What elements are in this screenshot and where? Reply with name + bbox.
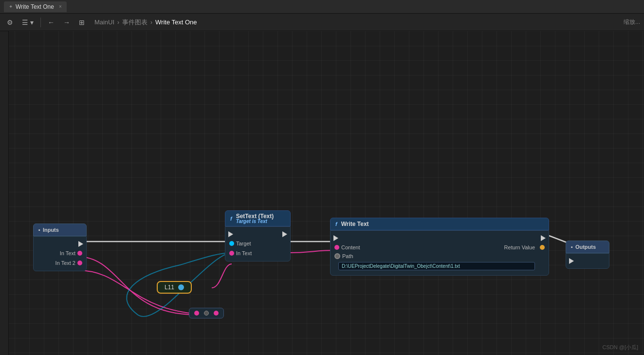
append-left-pin[interactable] — [194, 311, 199, 316]
l11-inner[interactable]: L11 — [157, 281, 192, 294]
breadcrumb-sep2: › — [150, 19, 152, 26]
back-button[interactable]: ← — [45, 17, 57, 28]
writetext-exec-in-pin[interactable] — [333, 235, 338, 241]
title-bar: ✦ Write Text One × — [0, 0, 644, 14]
watermark: CSDN @[小瓜] — [602, 344, 638, 351]
writetext-content-label: Content — [341, 244, 360, 250]
forward-button[interactable]: → — [60, 17, 73, 28]
settext-target-pin[interactable] — [229, 241, 234, 246]
writetext-return-label: Return Value — [504, 244, 535, 250]
writetext-path-pin[interactable] — [334, 253, 340, 259]
inputs-intext2-row: In Text 2 — [34, 258, 86, 268]
node-outputs[interactable]: ▪ Outputs — [566, 241, 609, 269]
zoom-label[interactable]: 缩放... — [624, 18, 640, 26]
writetext-path-label: Path — [342, 253, 353, 259]
tab-close-button[interactable]: × — [59, 4, 62, 9]
breadcrumb-mid[interactable]: 事件图表 — [122, 18, 147, 27]
settext-intext-label: In Text — [236, 250, 252, 256]
node-append-pins[interactable] — [189, 308, 224, 318]
toolbar-separator — [40, 18, 41, 27]
breadcrumb-sep1: › — [117, 19, 119, 26]
outputs-exec-in-pin[interactable] — [569, 258, 574, 264]
settext-intext-row: In Text — [225, 248, 290, 258]
writetext-title: Write Text — [341, 221, 369, 227]
l11-label: L11 — [165, 284, 174, 291]
writetext-content-row: Content Return Value — [331, 243, 549, 252]
tab-icon: ✦ — [9, 4, 13, 9]
tab-title: Write Text One — [16, 3, 54, 10]
writetext-content-pin[interactable] — [334, 245, 339, 250]
writetext-path-row: Path — [331, 252, 549, 272]
breadcrumb-current: Write Text One — [155, 19, 197, 26]
append-right-pin[interactable] — [214, 311, 219, 316]
writetext-path-input[interactable] — [338, 262, 535, 270]
append-mid-pin[interactable] — [204, 311, 209, 316]
toolbar: ⚙ ☰ ▾ ← → ⊞ MainUI › 事件图表 › Write Text O… — [0, 14, 644, 31]
settext-intext-pin[interactable] — [229, 251, 234, 256]
settext-target-row: Target — [225, 239, 290, 248]
breadcrumb-root[interactable]: MainUI — [94, 19, 114, 26]
settings-button[interactable]: ⚙ — [4, 17, 16, 28]
inputs-exec-out-pin[interactable] — [78, 241, 83, 247]
node-inputs[interactable]: ▪ Inputs In Text In Text 2 — [33, 224, 87, 271]
writetext-icon: f — [335, 221, 337, 227]
inputs-intext-pin[interactable] — [77, 251, 82, 256]
grid-button[interactable]: ⊞ — [76, 17, 88, 28]
node-l11[interactable]: L11 — [157, 281, 192, 294]
writetext-exec-out-pin[interactable] — [541, 235, 546, 241]
tab-write-text-one[interactable]: ✦ Write Text One × — [4, 1, 67, 12]
inputs-intext-label: In Text — [60, 250, 75, 256]
menu-button[interactable]: ☰ ▾ — [19, 17, 37, 28]
settext-exec-row — [225, 230, 290, 239]
settext-target-label: Target — [236, 241, 251, 246]
inputs-exec-row — [34, 240, 86, 248]
writetext-exec-row — [331, 234, 549, 243]
node-settext[interactable]: f SetText (Text) Target is Text Target I… — [225, 210, 291, 262]
writetext-return-pin[interactable] — [540, 245, 545, 250]
settext-icon: f — [230, 216, 232, 222]
node-writetext[interactable]: f Write Text Content Return Value — [330, 218, 549, 276]
inputs-intext2-pin[interactable] — [77, 261, 82, 265]
settext-exec-out-pin[interactable] — [282, 231, 287, 237]
l11-out-pin[interactable] — [178, 284, 184, 290]
outputs-icon: ▪ — [571, 244, 573, 250]
connections-svg — [0, 31, 146, 104]
append-pins-inner — [189, 308, 224, 318]
outputs-title: Outputs — [575, 244, 596, 250]
inputs-node-icon: ▪ — [38, 227, 40, 233]
canvas[interactable]: ▪ Inputs In Text In Text 2 — [0, 31, 644, 355]
left-strip — [0, 31, 9, 355]
outputs-exec-row — [566, 257, 609, 265]
breadcrumb: MainUI › 事件图表 › Write Text One — [94, 18, 197, 27]
inputs-node-title: Inputs — [43, 227, 59, 233]
inputs-intext2-label: In Text 2 — [55, 260, 75, 266]
inputs-intext-row: In Text — [34, 248, 86, 258]
settext-exec-in-pin[interactable] — [228, 231, 233, 237]
